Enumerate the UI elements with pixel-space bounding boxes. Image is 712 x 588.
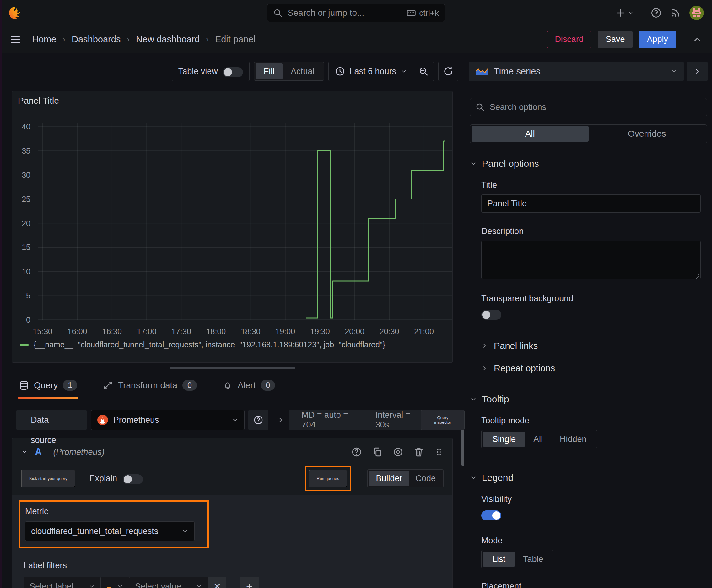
query-help-icon[interactable] [351, 447, 362, 457]
panel-links-row[interactable]: Panel links [481, 335, 712, 357]
breadcrumb-new-dashboard[interactable]: New dashboard [136, 34, 200, 45]
builder-option[interactable]: Builder [369, 471, 409, 486]
table-view-toggle[interactable] [223, 67, 243, 77]
explain-toggle[interactable] [123, 474, 143, 484]
topnav-divider [642, 6, 642, 19]
legend-list-option[interactable]: List [483, 551, 515, 567]
tab-query[interactable]: Query 1 [18, 375, 79, 398]
tooltip-all-option[interactable]: All [525, 432, 551, 447]
query-builder-body: Metric cloudflared_tunnel_total_requests… [12, 495, 452, 588]
panel-options-sidebar: Time series Search options All Overrides [465, 54, 712, 588]
legend-table-option[interactable]: Table [515, 551, 552, 567]
refresh-button[interactable] [438, 62, 458, 81]
operator-value: = [106, 582, 111, 588]
avatar[interactable] [689, 6, 704, 20]
query-options-summary[interactable]: MD = auto = 704 Interval = 30s [289, 410, 434, 430]
datasource-picker[interactable]: Prometheus [91, 410, 244, 430]
metric-value: cloudflared_tunnel_total_requests [31, 526, 158, 536]
hide-query-icon[interactable] [393, 447, 404, 457]
datasource-help-button[interactable] [248, 410, 268, 430]
fill-option[interactable]: Fill [256, 63, 283, 79]
actual-option[interactable]: Actual [283, 63, 322, 79]
menu-toggle-button[interactable] [9, 34, 21, 45]
tab-transform-data[interactable]: Transform data 0 [102, 375, 198, 398]
description-textarea[interactable] [481, 240, 701, 279]
query-row-header[interactable]: A (Prometheus) [12, 439, 452, 465]
help-button[interactable] [650, 7, 662, 19]
transparent-background-toggle[interactable] [481, 310, 501, 320]
legend-header[interactable]: Legend [465, 472, 712, 483]
zoom-out-button[interactable] [413, 62, 434, 81]
query-toolbar: Kick start your query Explain Run querie… [12, 465, 452, 495]
discard-button[interactable]: Discard [547, 31, 591, 48]
new-dropdown-button[interactable] [616, 8, 634, 18]
panel-options-title: Panel options [482, 158, 539, 169]
tooltip-single-option[interactable]: Single [483, 432, 525, 447]
panel-title-input[interactable] [481, 194, 701, 213]
panel-links-label: Panel links [494, 341, 538, 351]
repeat-options-label: Repeat options [494, 363, 555, 374]
tab-query-label: Query [34, 380, 58, 391]
chevron-down-icon [671, 68, 677, 75]
chevron-down-icon [196, 583, 202, 588]
svg-text:20:30: 20:30 [380, 327, 399, 336]
search-input[interactable]: Search or jump to... ctrl+k [267, 4, 445, 22]
repeat-options-row[interactable]: Repeat options [481, 357, 712, 379]
search-shortcut-text: ctrl+k [419, 8, 439, 18]
collapse-sidebar-button[interactable] [687, 62, 708, 81]
options-search-input[interactable]: Search options [470, 98, 707, 116]
operator-dropdown[interactable]: = [101, 577, 129, 588]
grafana-logo[interactable] [8, 6, 23, 20]
breadcrumb-dashboards[interactable]: Dashboards [71, 34, 121, 45]
duplicate-query-icon[interactable] [372, 447, 383, 457]
legend-mode-segmented: List Table [481, 550, 553, 568]
tab-alert[interactable]: Alert 0 [221, 375, 276, 398]
code-option[interactable]: Code [409, 471, 442, 486]
svg-text:40: 40 [22, 122, 30, 131]
apply-button[interactable]: Apply [639, 31, 676, 48]
run-queries-button[interactable]: Run queries [308, 469, 347, 487]
options-expand-button[interactable] [277, 416, 284, 424]
save-button[interactable]: Save [598, 31, 633, 48]
collapse-header-button[interactable] [692, 34, 703, 45]
kick-start-query-button[interactable]: Kick start your query [21, 469, 75, 487]
tab-all[interactable]: All [472, 126, 589, 142]
panel-options-header[interactable]: Panel options [465, 158, 712, 169]
metric-select[interactable]: cloudflared_tunnel_total_requests [25, 521, 195, 541]
label-filters-label: Label filters [24, 561, 441, 570]
query-inspector-button[interactable]: Query inspector [421, 410, 465, 430]
breadcrumb: Home › Dashboards › New dashboard › Edit… [32, 34, 256, 45]
legend-visibility-toggle[interactable] [481, 510, 501, 521]
tooltip-header[interactable]: Tooltip [465, 394, 712, 404]
svg-text:17:00: 17:00 [137, 327, 157, 336]
fill-actual-segmented: Fill Actual [254, 62, 324, 81]
breadcrumb-edit-panel: Edit panel [215, 34, 256, 45]
all-overrides-tabs: All Overrides [470, 124, 707, 143]
legend-series-name[interactable]: {__name__="cloudflared_tunnel_total_requ… [34, 340, 385, 349]
chevron-down-icon[interactable] [21, 448, 28, 456]
select-value-dropdown[interactable]: Select value [129, 577, 208, 588]
news-button[interactable] [670, 7, 681, 19]
tab-alert-label: Alert [238, 380, 256, 391]
drag-handle-icon[interactable] [434, 447, 444, 457]
timeseries-chart[interactable]: 051015202530354015:3016:0016:3017:0017:3… [12, 91, 452, 362]
panel-view-toolbar: Table view Fill Actual Last 6 hours [0, 62, 458, 81]
time-range-picker[interactable]: Last 6 hours [329, 66, 413, 76]
chart-panel: Panel Title 051015202530354015:3016:0016… [12, 91, 453, 363]
breadcrumb-home[interactable]: Home [32, 34, 56, 45]
visualization-picker[interactable]: Time series [469, 62, 684, 81]
delete-query-icon[interactable] [413, 447, 424, 457]
panel-resize-handle[interactable] [170, 366, 295, 369]
tooltip-title: Tooltip [482, 394, 509, 404]
query-ref-id[interactable]: A [35, 446, 42, 458]
legend-series-swatch[interactable] [20, 344, 28, 346]
select-label-dropdown[interactable]: Select label [24, 577, 101, 588]
tab-overrides[interactable]: Overrides [589, 126, 706, 142]
actions-divider [682, 33, 683, 46]
timeseries-viz-icon [475, 66, 488, 76]
svg-text:35: 35 [22, 146, 30, 155]
add-filter-button[interactable]: + [239, 577, 259, 588]
remove-filter-button[interactable]: ✕ [208, 577, 226, 588]
breadcrumb-separator-icon: › [206, 35, 209, 44]
tooltip-hidden-option[interactable]: Hidden [551, 432, 596, 447]
